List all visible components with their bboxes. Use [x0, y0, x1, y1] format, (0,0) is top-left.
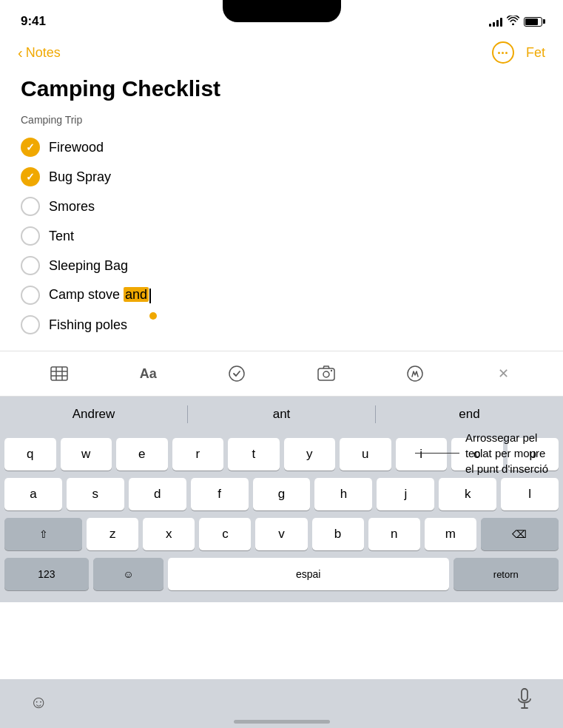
format-icon: Aa [140, 366, 157, 382]
callout-text: Arrossegar pelteclat per moureel punt d'… [465, 430, 548, 476]
suggestion-text: Andrew [73, 407, 115, 421]
key-c[interactable]: c [199, 518, 251, 550]
suggestion-text: ant [273, 407, 291, 421]
checkbox-unchecked[interactable] [21, 197, 40, 216]
item-text: Bug Spray [49, 169, 111, 185]
key-emoji[interactable]: ☺ [93, 558, 163, 590]
checkbox-checked[interactable]: ✓ [21, 138, 40, 157]
note-title[interactable]: Camping Checklist [21, 75, 542, 102]
key-h[interactable]: h [314, 478, 372, 510]
close-icon: ✕ [498, 365, 509, 382]
autocorrect-bar: Andrew ant end [0, 397, 563, 432]
item-text: Sleeping Bag [49, 258, 128, 274]
toolbar-close-button[interactable]: ✕ [490, 360, 517, 387]
keyboard-row-2: a s d f g h j k l [4, 478, 559, 510]
autocorrect-suggestion-1[interactable]: Andrew [0, 404, 187, 425]
back-button[interactable]: ‹ Notes [18, 44, 61, 61]
key-e[interactable]: e [116, 438, 168, 471]
camera-button[interactable] [313, 360, 340, 387]
item-text: Camp stove and [49, 287, 151, 303]
toolbar: Aa ✕ [0, 351, 563, 397]
keyboard-row-3: ⇧ z x c v b n m ⌫ [4, 518, 559, 550]
done-button[interactable]: Fet [526, 45, 545, 61]
checkbox-unchecked[interactable] [21, 315, 40, 334]
microphone-button[interactable] [516, 688, 533, 716]
home-indicator [234, 720, 330, 724]
key-l[interactable]: l [501, 478, 559, 510]
checkbox-unchecked[interactable] [21, 226, 40, 246]
text-cursor [149, 289, 151, 303]
back-label: Notes [26, 45, 61, 61]
nav-actions: Fet [492, 41, 545, 64]
key-r[interactable]: r [172, 438, 224, 471]
checklist-button[interactable] [223, 360, 250, 387]
list-item[interactable]: Smores [21, 192, 542, 220]
list-item[interactable]: Sleeping Bag [21, 252, 542, 280]
callout: Arrossegar pelteclat per moureel punt d'… [415, 430, 548, 476]
key-m[interactable]: m [425, 518, 476, 550]
item-text: Fishing poles [49, 317, 127, 333]
item-text: Tent [49, 229, 74, 244]
checkbox-unchecked[interactable] [21, 256, 40, 275]
wifi-icon [507, 16, 519, 27]
key-s[interactable]: s [67, 478, 124, 510]
list-item[interactable]: ✓ Firewood [21, 133, 542, 161]
phone-frame: 9:41 ‹ Notes [0, 0, 563, 728]
key-v[interactable]: v [255, 518, 307, 550]
markup-button[interactable] [402, 360, 428, 387]
emoji-button[interactable]: ☺ [30, 692, 48, 712]
key-backspace[interactable]: ⌫ [481, 518, 559, 550]
key-y[interactable]: y [284, 438, 336, 471]
chevron-left-icon: ‹ [18, 44, 23, 61]
key-f[interactable]: f [191, 478, 249, 510]
section-label: Camping Trip [21, 114, 542, 126]
key-g[interactable]: g [253, 478, 311, 510]
key-w[interactable]: w [61, 438, 112, 471]
item-text: Smores [49, 199, 95, 215]
key-d[interactable]: d [129, 478, 186, 510]
status-icons [489, 16, 542, 27]
nav-bar: ‹ Notes Fet [0, 36, 563, 70]
svg-point-7 [323, 371, 329, 377]
key-numbers[interactable]: 123 [4, 558, 89, 590]
key-u[interactable]: u [340, 438, 391, 471]
suggestion-text: end [459, 407, 479, 421]
autocorrect-suggestion-2[interactable]: ant [188, 404, 375, 425]
key-x[interactable]: x [143, 518, 195, 550]
key-a[interactable]: a [4, 478, 62, 510]
item-text: Firewood [49, 140, 104, 155]
signal-icon [489, 17, 502, 27]
key-space[interactable]: espai [168, 558, 449, 590]
list-item[interactable]: Fishing poles [21, 311, 542, 339]
status-time: 9:41 [21, 14, 46, 29]
keyboard-row-4: 123 ☺ espai retorn [4, 558, 559, 590]
key-z[interactable]: z [87, 518, 138, 550]
autocorrect-suggestion-3[interactable]: end [376, 404, 563, 425]
key-return[interactable]: retorn [454, 558, 559, 590]
key-t[interactable]: t [228, 438, 280, 471]
key-k[interactable]: k [439, 478, 496, 510]
list-item[interactable]: Tent [21, 222, 542, 250]
cursor-dot [149, 312, 157, 320]
list-item-current[interactable]: Camp stove and [21, 281, 542, 309]
checkbox-checked[interactable]: ✓ [21, 167, 40, 186]
key-b[interactable]: b [312, 518, 364, 550]
highlighted-word: and [124, 287, 149, 302]
svg-rect-0 [51, 367, 67, 380]
checkbox-unchecked[interactable] [21, 286, 40, 305]
svg-rect-10 [522, 689, 527, 701]
list-item[interactable]: ✓ Bug Spray [21, 163, 542, 191]
key-j[interactable]: j [377, 478, 434, 510]
callout-line [415, 453, 459, 454]
note-content: Camping Checklist Camping Trip ✓ Firewoo… [0, 70, 563, 339]
format-button[interactable]: Aa [135, 360, 161, 387]
more-button[interactable] [492, 41, 514, 64]
svg-point-5 [229, 366, 244, 381]
table-button[interactable] [46, 360, 73, 387]
checklist: ✓ Firewood ✓ Bug Spray Smores Tent [21, 133, 542, 339]
notch [223, 0, 341, 22]
key-q[interactable]: q [4, 438, 56, 471]
key-shift[interactable]: ⇧ [4, 518, 82, 550]
svg-point-8 [330, 370, 331, 371]
key-n[interactable]: n [368, 518, 420, 550]
